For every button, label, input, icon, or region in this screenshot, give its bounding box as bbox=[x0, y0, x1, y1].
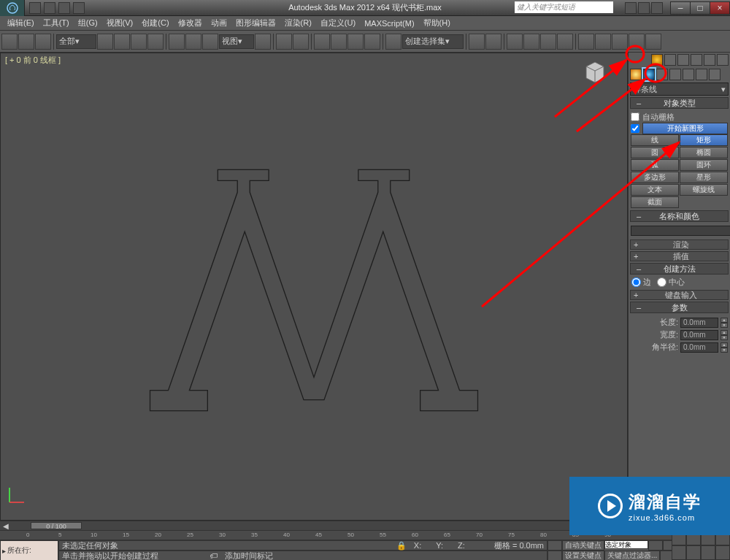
time-slider[interactable]: ◀0 / 100 bbox=[0, 521, 730, 530]
select-icon[interactable] bbox=[97, 34, 113, 50]
menu-edit[interactable]: 编辑(E) bbox=[3, 18, 39, 28]
hierarchy-tab-icon[interactable] bbox=[677, 54, 689, 66]
time-ruler[interactable]: 051015202530354045505560657075808590 bbox=[0, 530, 730, 540]
star-icon[interactable] bbox=[638, 2, 650, 14]
maximize-viewport-icon[interactable] bbox=[715, 545, 730, 560]
helix-button[interactable]: 螺旋线 bbox=[680, 184, 728, 196]
zoom-extents-all-icon[interactable] bbox=[686, 545, 701, 560]
donut-button[interactable]: 圆环 bbox=[680, 159, 728, 171]
arc-button[interactable]: 弧 bbox=[631, 159, 679, 171]
rotate-icon[interactable] bbox=[185, 34, 201, 50]
spinner-arrows[interactable]: ▲▼ bbox=[721, 318, 728, 328]
spacewarps-cat-icon[interactable] bbox=[696, 69, 707, 80]
material-editor-icon[interactable] bbox=[557, 34, 573, 50]
orbit-icon[interactable] bbox=[701, 545, 715, 560]
corner-spinner[interactable]: 0.0mm bbox=[680, 342, 718, 353]
unlink-icon[interactable] bbox=[18, 34, 34, 50]
spinner-arrows[interactable]: ▲▼ bbox=[721, 330, 728, 340]
length-spinner[interactable]: 0.0mm bbox=[680, 318, 718, 328]
modify-tab-icon[interactable] bbox=[664, 54, 676, 66]
rectangle-button[interactable]: 矩形 bbox=[680, 134, 728, 146]
bind-icon[interactable] bbox=[35, 34, 51, 50]
object-name-input[interactable] bbox=[631, 226, 730, 236]
category-dropdown[interactable]: 样条线▾ bbox=[630, 83, 729, 96]
width-spinner[interactable]: 0.0mm bbox=[680, 330, 718, 340]
menu-create[interactable]: 创建(C) bbox=[137, 18, 173, 28]
ngon-button[interactable]: 多边形 bbox=[631, 172, 679, 183]
autogrid-checkbox[interactable] bbox=[631, 112, 639, 121]
menu-maxscript[interactable]: MAXScript(M) bbox=[360, 19, 418, 28]
viewport-label[interactable]: [ + 0 前 0 线框 ] bbox=[5, 55, 61, 66]
line-button[interactable]: 线 bbox=[631, 134, 679, 146]
rollout-creation-method[interactable]: –创建方法 bbox=[630, 263, 729, 275]
selset-input[interactable] bbox=[604, 540, 648, 549]
menu-animation[interactable]: 动画 bbox=[207, 18, 231, 28]
time-slider-knob[interactable]: 0 / 100 bbox=[31, 522, 82, 529]
rollout-keyboard-entry[interactable]: 键盘输入 bbox=[630, 290, 729, 300]
create-tab-icon[interactable] bbox=[651, 54, 663, 66]
minimize-button[interactable]: – bbox=[670, 1, 691, 15]
trackbar-label[interactable]: 所在行: bbox=[0, 540, 58, 560]
pivot-icon[interactable] bbox=[255, 34, 271, 50]
spinner-snap-icon[interactable] bbox=[364, 34, 380, 50]
section-button[interactable]: 截面 bbox=[631, 196, 679, 208]
link-icon[interactable] bbox=[1, 34, 18, 50]
menu-views[interactable]: 视图(V) bbox=[102, 18, 138, 28]
schematic-icon[interactable] bbox=[540, 34, 556, 50]
autokey-button[interactable]: 自动关键点 bbox=[562, 540, 604, 551]
play-start-icon[interactable] bbox=[648, 540, 663, 551]
snap-icon[interactable] bbox=[314, 34, 330, 50]
text-button[interactable]: 文本 bbox=[631, 184, 679, 196]
zoom-all-icon[interactable] bbox=[701, 531, 715, 545]
radio-edge[interactable]: 边 bbox=[631, 277, 651, 288]
systems-cat-icon[interactable] bbox=[709, 69, 721, 80]
circle-button[interactable]: 圆 bbox=[631, 147, 679, 158]
motion-tab-icon[interactable] bbox=[691, 54, 702, 66]
select-region-icon[interactable] bbox=[131, 34, 147, 50]
qat-undo-icon[interactable] bbox=[44, 2, 55, 14]
mirror-icon[interactable] bbox=[469, 34, 485, 50]
key-icon[interactable] bbox=[548, 551, 562, 560]
rendered-frame-icon[interactable] bbox=[595, 34, 611, 50]
align-icon[interactable] bbox=[485, 34, 502, 50]
helpers-cat-icon[interactable] bbox=[683, 69, 694, 80]
render-icon[interactable] bbox=[612, 34, 628, 50]
lights-cat-icon[interactable] bbox=[656, 69, 668, 80]
rollout-object-type[interactable]: –对象类型 bbox=[630, 97, 729, 109]
startnew-checkbox[interactable] bbox=[631, 124, 639, 133]
menu-modifiers[interactable]: 修改器 bbox=[174, 18, 207, 28]
menu-help[interactable]: 帮助(H) bbox=[419, 18, 455, 28]
display-tab-icon[interactable] bbox=[704, 54, 715, 66]
menu-customize[interactable]: 自定义(U) bbox=[316, 18, 360, 28]
radio-center[interactable]: 中心 bbox=[657, 277, 685, 288]
window-crossing-icon[interactable] bbox=[147, 34, 164, 50]
menu-rendering[interactable]: 渲染(R) bbox=[280, 18, 316, 28]
fov-icon[interactable] bbox=[715, 531, 730, 545]
close-button[interactable]: × bbox=[710, 1, 730, 15]
edit-named-sel-icon[interactable] bbox=[385, 34, 402, 50]
rollout-name-color[interactable]: –名称和颜色 bbox=[630, 210, 729, 222]
app-icon[interactable] bbox=[0, 0, 25, 16]
help-icon[interactable] bbox=[651, 2, 663, 14]
select-manip-icon[interactable] bbox=[276, 34, 292, 50]
cameras-cat-icon[interactable] bbox=[669, 69, 681, 80]
menu-grapheditors[interactable]: 图形编辑器 bbox=[231, 18, 280, 28]
menu-tools[interactable]: 工具(T) bbox=[39, 18, 74, 28]
layers-icon[interactable] bbox=[507, 34, 523, 50]
infocenter-icon[interactable] bbox=[625, 2, 637, 14]
select-name-icon[interactable] bbox=[114, 34, 130, 50]
rollout-render[interactable]: 渲染 bbox=[630, 239, 729, 250]
refcoord-dropdown[interactable]: 视图 ▾ bbox=[219, 34, 254, 49]
keyfilter-button[interactable]: 关键点过滤器... bbox=[604, 551, 660, 560]
rollout-parameters[interactable]: –参数 bbox=[630, 302, 729, 313]
named-selection-dropdown[interactable]: 创建选择集 ▾ bbox=[402, 34, 464, 49]
qat-btn[interactable] bbox=[73, 2, 85, 14]
render-setup-icon[interactable] bbox=[578, 34, 594, 50]
selection-filter-dropdown[interactable]: 全部 ▾ bbox=[56, 34, 96, 49]
percent-snap-icon[interactable] bbox=[347, 34, 364, 50]
zoom-extents-icon[interactable] bbox=[672, 545, 686, 560]
curve-editor-icon[interactable] bbox=[523, 34, 539, 50]
viewport-front[interactable]: [ + 0 前 0 线框 ] bbox=[0, 53, 628, 521]
keyboard-shortcut-icon[interactable] bbox=[293, 34, 309, 50]
qat-btn[interactable] bbox=[29, 2, 41, 14]
